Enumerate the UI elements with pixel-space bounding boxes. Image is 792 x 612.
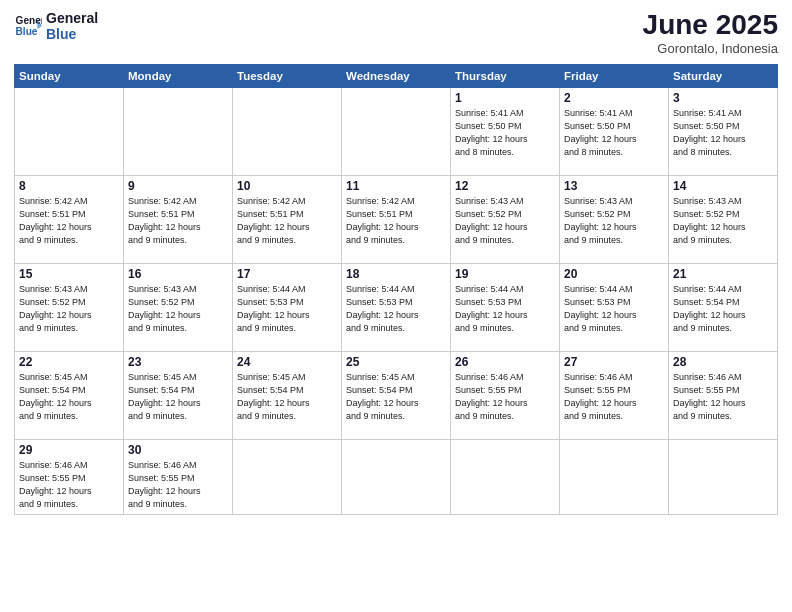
daylight-label: Daylight: 12 hours [673,134,746,144]
day-number: 1 [455,91,555,105]
day-info: Sunrise: 5:42 AM Sunset: 5:51 PM Dayligh… [19,195,119,247]
daylight-label: Daylight: 12 hours [455,134,528,144]
table-row: 16 Sunrise: 5:43 AM Sunset: 5:52 PM Dayl… [124,263,233,351]
daylight-detail: and 9 minutes. [564,323,623,333]
table-row: 26 Sunrise: 5:46 AM Sunset: 5:55 PM Dayl… [451,351,560,439]
day-info: Sunrise: 5:45 AM Sunset: 5:54 PM Dayligh… [346,371,446,423]
sunset-label: Sunset: 5:52 PM [19,297,86,307]
day-number: 11 [346,179,446,193]
sunrise-label: Sunrise: 5:42 AM [346,196,415,206]
sunrise-label: Sunrise: 5:43 AM [564,196,633,206]
day-info: Sunrise: 5:46 AM Sunset: 5:55 PM Dayligh… [673,371,773,423]
table-row: 14 Sunrise: 5:43 AM Sunset: 5:52 PM Dayl… [669,175,778,263]
day-info: Sunrise: 5:46 AM Sunset: 5:55 PM Dayligh… [128,459,228,511]
sunrise-label: Sunrise: 5:44 AM [346,284,415,294]
daylight-detail: and 9 minutes. [19,499,78,509]
sunrise-label: Sunrise: 5:44 AM [455,284,524,294]
daylight-detail: and 8 minutes. [673,147,732,157]
daylight-label: Daylight: 12 hours [455,310,528,320]
daylight-label: Daylight: 12 hours [673,398,746,408]
table-row [233,439,342,514]
table-row: 11 Sunrise: 5:42 AM Sunset: 5:51 PM Dayl… [342,175,451,263]
daylight-label: Daylight: 12 hours [237,398,310,408]
day-number: 12 [455,179,555,193]
sunset-label: Sunset: 5:53 PM [564,297,631,307]
sunset-label: Sunset: 5:51 PM [237,209,304,219]
day-info: Sunrise: 5:46 AM Sunset: 5:55 PM Dayligh… [564,371,664,423]
weekday-header-thursday: Thursday [451,64,560,87]
daylight-detail: and 9 minutes. [346,235,405,245]
sunset-label: Sunset: 5:55 PM [455,385,522,395]
day-info: Sunrise: 5:43 AM Sunset: 5:52 PM Dayligh… [128,283,228,335]
daylight-detail: and 9 minutes. [237,235,296,245]
daylight-label: Daylight: 12 hours [564,222,637,232]
sunset-label: Sunset: 5:54 PM [346,385,413,395]
sunrise-label: Sunrise: 5:41 AM [455,108,524,118]
table-row: 29 Sunrise: 5:46 AM Sunset: 5:55 PM Dayl… [15,439,124,514]
table-row [124,87,233,175]
sunrise-label: Sunrise: 5:44 AM [673,284,742,294]
day-number: 18 [346,267,446,281]
daylight-label: Daylight: 12 hours [128,222,201,232]
daylight-detail: and 9 minutes. [673,235,732,245]
day-number: 24 [237,355,337,369]
sunrise-label: Sunrise: 5:43 AM [19,284,88,294]
table-row: 27 Sunrise: 5:46 AM Sunset: 5:55 PM Dayl… [560,351,669,439]
table-row: 17 Sunrise: 5:44 AM Sunset: 5:53 PM Dayl… [233,263,342,351]
daylight-label: Daylight: 12 hours [673,222,746,232]
sunrise-label: Sunrise: 5:43 AM [673,196,742,206]
sunset-label: Sunset: 5:53 PM [455,297,522,307]
day-number: 19 [455,267,555,281]
sunset-label: Sunset: 5:54 PM [673,297,740,307]
page: General Blue General Blue June 2025 Goro… [0,0,792,612]
daylight-detail: and 9 minutes. [455,235,514,245]
table-row: 10 Sunrise: 5:42 AM Sunset: 5:51 PM Dayl… [233,175,342,263]
day-number: 16 [128,267,228,281]
day-number: 28 [673,355,773,369]
day-info: Sunrise: 5:43 AM Sunset: 5:52 PM Dayligh… [564,195,664,247]
sunrise-label: Sunrise: 5:46 AM [673,372,742,382]
daylight-label: Daylight: 12 hours [346,398,419,408]
daylight-detail: and 9 minutes. [673,323,732,333]
header: General Blue General Blue June 2025 Goro… [14,10,778,56]
calendar-table: SundayMondayTuesdayWednesdayThursdayFrid… [14,64,778,515]
title-block: June 2025 Gorontalo, Indonesia [643,10,778,56]
sunrise-label: Sunrise: 5:45 AM [128,372,197,382]
day-info: Sunrise: 5:41 AM Sunset: 5:50 PM Dayligh… [564,107,664,159]
daylight-detail: and 9 minutes. [19,411,78,421]
day-info: Sunrise: 5:41 AM Sunset: 5:50 PM Dayligh… [673,107,773,159]
sunrise-label: Sunrise: 5:42 AM [128,196,197,206]
sunrise-label: Sunrise: 5:46 AM [128,460,197,470]
sunrise-label: Sunrise: 5:42 AM [19,196,88,206]
daylight-detail: and 9 minutes. [237,411,296,421]
sunset-label: Sunset: 5:51 PM [128,209,195,219]
day-number: 13 [564,179,664,193]
day-number: 30 [128,443,228,457]
sunset-label: Sunset: 5:52 PM [564,209,631,219]
sunset-label: Sunset: 5:51 PM [19,209,86,219]
table-row: 25 Sunrise: 5:45 AM Sunset: 5:54 PM Dayl… [342,351,451,439]
daylight-detail: and 8 minutes. [564,147,623,157]
daylight-label: Daylight: 12 hours [19,222,92,232]
sunrise-label: Sunrise: 5:46 AM [564,372,633,382]
table-row: 20 Sunrise: 5:44 AM Sunset: 5:53 PM Dayl… [560,263,669,351]
weekday-header-monday: Monday [124,64,233,87]
day-info: Sunrise: 5:41 AM Sunset: 5:50 PM Dayligh… [455,107,555,159]
daylight-label: Daylight: 12 hours [673,310,746,320]
daylight-label: Daylight: 12 hours [19,310,92,320]
day-number: 9 [128,179,228,193]
day-number: 10 [237,179,337,193]
table-row [15,87,124,175]
logo-general: General [46,10,98,26]
weekday-header-friday: Friday [560,64,669,87]
day-number: 25 [346,355,446,369]
location: Gorontalo, Indonesia [643,41,778,56]
table-row: 2 Sunrise: 5:41 AM Sunset: 5:50 PM Dayli… [560,87,669,175]
logo-blue: Blue [46,26,98,42]
table-row: 19 Sunrise: 5:44 AM Sunset: 5:53 PM Dayl… [451,263,560,351]
table-row: 30 Sunrise: 5:46 AM Sunset: 5:55 PM Dayl… [124,439,233,514]
sunset-label: Sunset: 5:52 PM [673,209,740,219]
daylight-detail: and 9 minutes. [346,411,405,421]
sunset-label: Sunset: 5:50 PM [564,121,631,131]
logo-icon: General Blue [14,12,42,40]
